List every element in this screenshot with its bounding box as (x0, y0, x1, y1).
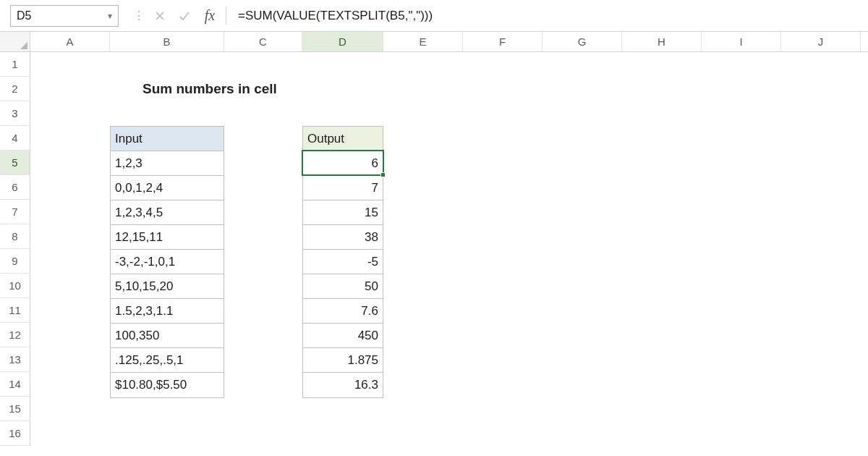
input-cell[interactable]: 1,2,3 (111, 151, 224, 176)
output-header-cell[interactable]: Output (303, 127, 383, 151)
output-cell[interactable]: 6 (303, 151, 383, 176)
column-header-C[interactable]: C (224, 32, 302, 51)
row-header-7[interactable]: 7 (0, 200, 30, 224)
input-cell[interactable]: .125,.25,.5,1 (111, 348, 224, 373)
row-header-8[interactable]: 8 (0, 224, 30, 249)
row-header-6[interactable]: 6 (0, 175, 30, 200)
row-header-12[interactable]: 12 (0, 323, 30, 347)
input-table: Input1,2,30,0,1,2,41,2,3,4,512,15,11-3,-… (110, 126, 224, 398)
input-cell[interactable]: 100,350 (111, 324, 224, 348)
input-cell[interactable]: 5,10,15,20 (111, 274, 224, 299)
row-header-9[interactable]: 9 (0, 249, 30, 274)
input-cell[interactable]: 1.5,2,3,1.1 (111, 299, 224, 324)
output-cell[interactable]: 38 (303, 225, 383, 250)
name-box-value: D5 (17, 9, 31, 22)
output-table: Output671538-5507.64501.87516.3 (302, 126, 383, 398)
output-cell[interactable]: 15 (303, 200, 383, 225)
output-cell[interactable]: 450 (303, 324, 383, 348)
column-header-I[interactable]: I (702, 32, 781, 51)
divider (226, 7, 226, 25)
row-header-14[interactable]: 14 (0, 372, 30, 397)
column-header-G[interactable]: G (542, 32, 622, 51)
input-cell[interactable]: $10.80,$5.50 (111, 373, 224, 397)
row-header-13[interactable]: 13 (0, 347, 30, 372)
output-cell[interactable]: 7.6 (303, 299, 383, 324)
insert-function-button[interactable]: fx (197, 0, 223, 31)
row-header-3[interactable]: 3 (0, 101, 30, 126)
row-header-5[interactable]: 5 (0, 151, 30, 175)
row-header-15[interactable]: 15 (0, 397, 30, 421)
formula-bar-row: D5 ▾ ⋮ fx =SUM(VALUE(TEXTSPLIT(B5,","))) (0, 0, 868, 32)
enter-formula-button (172, 0, 197, 31)
row-header-2[interactable]: 2 (0, 77, 30, 101)
column-header-B[interactable]: B (110, 32, 224, 51)
cancel-formula-button (148, 0, 172, 31)
column-header-J[interactable]: J (781, 32, 861, 51)
formula-input[interactable]: =SUM(VALUE(TEXTSPLIT(B5,","))) (229, 0, 868, 31)
input-header-cell[interactable]: Input (111, 127, 224, 151)
input-cell[interactable]: 1,2,3,4,5 (111, 200, 224, 225)
output-cell[interactable]: 1.875 (303, 348, 383, 373)
formula-text: =SUM(VALUE(TEXTSPLIT(B5,","))) (238, 9, 433, 23)
row-header-4[interactable]: 4 (0, 126, 30, 151)
select-all-corner[interactable] (0, 32, 30, 51)
column-header-H[interactable]: H (622, 32, 702, 51)
output-cell[interactable]: 7 (303, 176, 383, 200)
output-cell[interactable]: -5 (303, 250, 383, 274)
chevron-down-icon[interactable]: ▾ (108, 11, 112, 21)
input-cell[interactable]: -3,-2,-1,0,1 (111, 250, 224, 274)
output-cell[interactable]: 16.3 (303, 373, 383, 397)
row-header-11[interactable]: 11 (0, 298, 30, 323)
row-header-1[interactable]: 1 (0, 52, 30, 77)
input-cell[interactable]: 0,0,1,2,4 (111, 176, 224, 200)
row-header-10[interactable]: 10 (0, 274, 30, 298)
column-header-D[interactable]: D (302, 32, 383, 51)
separator-icon: ⋮ (130, 0, 148, 31)
column-header-E[interactable]: E (383, 32, 463, 51)
fx-icon: fx (205, 7, 215, 24)
column-header-F[interactable]: F (463, 32, 542, 51)
name-box[interactable]: D5 ▾ (10, 5, 119, 27)
page-title: Sum numbers in cell (142, 81, 277, 97)
column-header-A[interactable]: A (30, 32, 110, 51)
row-header-16[interactable]: 16 (0, 421, 30, 446)
output-cell[interactable]: 50 (303, 274, 383, 299)
input-cell[interactable]: 12,15,11 (111, 225, 224, 250)
